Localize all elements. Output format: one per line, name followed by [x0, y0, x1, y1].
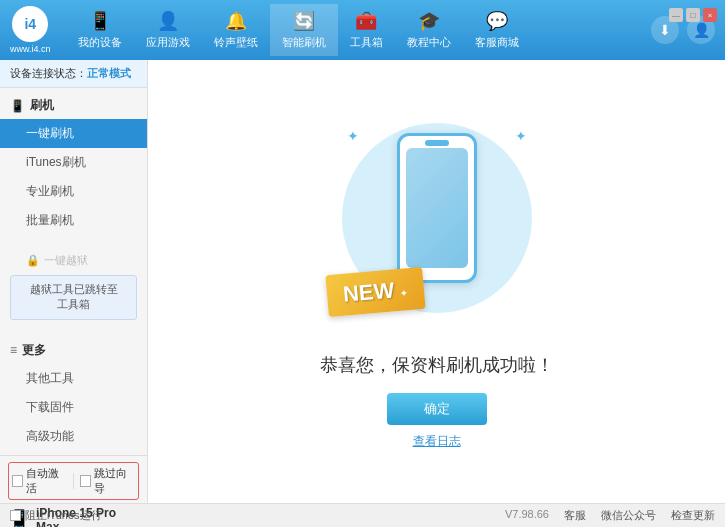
topbar: i4 www.i4.cn 📱 我的设备 👤 应用游戏 🔔 铃声壁纸 🔄 智能刷机: [0, 0, 725, 60]
new-badge-text: NEW: [341, 277, 394, 306]
service-icon: 💬: [486, 10, 508, 32]
smart-flash-icon: 🔄: [293, 10, 315, 32]
logo-text: www.i4.cn: [10, 44, 51, 54]
nav-items: 📱 我的设备 👤 应用游戏 🔔 铃声壁纸 🔄 智能刷机 🧰 工具箱 🎓: [66, 4, 651, 56]
sidebar: 设备连接状态：正常模式 📱 刷机 一键刷机 iTunes刷机 专业刷机 批量刷机: [0, 60, 148, 503]
tools-icon: 🧰: [355, 10, 377, 32]
status-bar: 设备连接状态：正常模式: [0, 60, 147, 88]
sidebar-item-itunes-flash[interactable]: iTunes刷机: [0, 148, 147, 177]
auto-activate-label[interactable]: 自动激活: [12, 466, 67, 496]
checkbox-divider: [73, 473, 74, 489]
phone-notch: [425, 140, 449, 146]
close-button[interactable]: ×: [703, 8, 717, 22]
jailbreak-section: 🔒 一键越狱 越狱工具已跳转至 工具箱: [0, 245, 147, 327]
wechat-link[interactable]: 微信公众号: [601, 508, 656, 523]
nav-app-games[interactable]: 👤 应用游戏: [134, 4, 202, 56]
jailbreak-header: 🔒 一键越狱: [0, 249, 147, 272]
sidebar-item-advanced[interactable]: 高级功能: [0, 422, 147, 451]
sidebar-item-other-tools[interactable]: 其他工具: [0, 364, 147, 393]
sidebar-item-download-firmware[interactable]: 下载固件: [0, 393, 147, 422]
more-header-icon: ≡: [10, 343, 17, 357]
flash-header: 📱 刷机: [0, 92, 147, 119]
nav-smart-flash-label: 智能刷机: [282, 35, 326, 50]
nav-smart-flash[interactable]: 🔄 智能刷机: [270, 4, 338, 56]
maximize-button[interactable]: □: [686, 8, 700, 22]
sidebar-item-pro-flash[interactable]: 专业刷机: [0, 177, 147, 206]
bottom-right: V7.98.66 客服 微信公众号 检查更新: [505, 508, 715, 523]
nav-tools-label: 工具箱: [350, 35, 383, 50]
nav-tools[interactable]: 🧰 工具箱: [338, 4, 395, 56]
check-update-link[interactable]: 检查更新: [671, 508, 715, 523]
tutorial-icon: 🎓: [418, 10, 440, 32]
sparkle-left-icon: ✦: [347, 128, 359, 144]
minimize-button[interactable]: —: [669, 8, 683, 22]
feedback-link[interactable]: 客服: [564, 508, 586, 523]
itunes-checkbox[interactable]: [10, 510, 21, 521]
flash-header-icon: 📱: [10, 99, 25, 113]
more-header-label: 更多: [22, 342, 46, 359]
itunes-row: 阻止iTunes运行: [10, 508, 102, 523]
itunes-label: 阻止iTunes运行: [25, 508, 102, 523]
success-text: 恭喜您，保资料刷机成功啦！: [320, 353, 554, 377]
more-section: ≡ 更多 其他工具 下载固件 高级功能: [0, 333, 147, 455]
status-value: 正常模式: [87, 67, 131, 79]
more-header: ≡ 更多: [0, 337, 147, 364]
phone-illustration: ✦ ✦ NEW ✦: [337, 113, 537, 333]
version-label: V7.98.66: [505, 508, 549, 523]
skip-guide-label[interactable]: 跳过向导: [80, 466, 135, 496]
sparkle-right-icon: ✦: [515, 128, 527, 144]
flash-section: 📱 刷机 一键刷机 iTunes刷机 专业刷机 批量刷机: [0, 88, 147, 239]
app-logo: i4 www.i4.cn: [10, 6, 51, 54]
nav-service[interactable]: 💬 客服商城: [463, 4, 531, 56]
confirm-button[interactable]: 确定: [387, 393, 487, 425]
phone-body: [397, 133, 477, 283]
my-device-icon: 📱: [89, 10, 111, 32]
ringtone-icon: 🔔: [225, 10, 247, 32]
jailbreak-label: 一键越狱: [44, 253, 88, 268]
nav-ringtone-label: 铃声壁纸: [214, 35, 258, 50]
flash-header-label: 刷机: [30, 97, 54, 114]
nav-app-games-label: 应用游戏: [146, 35, 190, 50]
sidebar-item-one-click-flash[interactable]: 一键刷机: [0, 119, 147, 148]
auto-activate-checkbox[interactable]: [12, 475, 23, 487]
status-label: 设备连接状态：: [10, 67, 87, 79]
nav-service-label: 客服商城: [475, 35, 519, 50]
sidebar-item-batch-flash[interactable]: 批量刷机: [0, 206, 147, 235]
new-badge: NEW ✦: [325, 267, 425, 317]
skip-guide-checkbox[interactable]: [80, 475, 91, 487]
phone-screen: [406, 148, 468, 268]
nav-ringtone[interactable]: 🔔 铃声壁纸: [202, 4, 270, 56]
logo-icon: i4: [12, 6, 48, 42]
content-area: ✦ ✦ NEW ✦ 恭喜您，保资料刷机成功啦！ 确定 查看日志: [148, 60, 725, 503]
jailbreak-note: 越狱工具已跳转至 工具箱: [10, 275, 137, 320]
nav-tutorial[interactable]: 🎓 教程中心: [395, 4, 463, 56]
nav-my-device[interactable]: 📱 我的设备: [66, 4, 134, 56]
app-games-icon: 👤: [157, 10, 179, 32]
nav-tutorial-label: 教程中心: [407, 35, 451, 50]
auto-row: 自动激活 跳过向导: [8, 462, 139, 500]
view-log-link[interactable]: 查看日志: [413, 433, 461, 450]
nav-my-device-label: 我的设备: [78, 35, 122, 50]
lock-icon: 🔒: [26, 254, 40, 267]
